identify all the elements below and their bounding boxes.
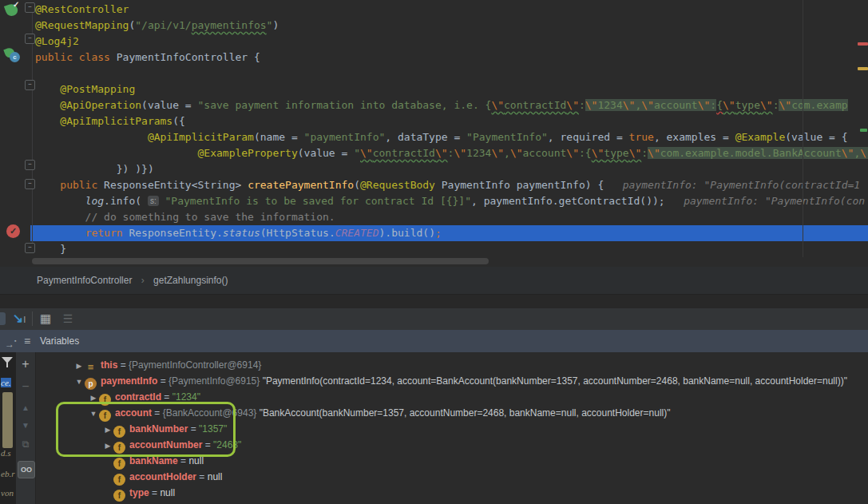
code-line[interactable]: public ResponseEntity<String> createPaym… [30,177,868,193]
background-text: d.s [1,448,11,458]
move-down-button[interactable]: ▼ [16,421,35,430]
code-token: @ExampleProperty [198,147,298,159]
expand-arrow-icon[interactable]: ▼ [73,374,85,390]
tab-variables[interactable]: Variables [40,330,79,352]
code-line[interactable]: }) )}) [30,161,868,177]
object-reference: {BankAccount@6943} [163,407,260,419]
code-token: (value = [298,147,354,159]
code-token: , dataType = [385,131,466,143]
fold-marker[interactable]: − [25,80,35,90]
error-stripe-green[interactable] [860,129,867,132]
code-line[interactable]: @Log4j2 [30,34,868,50]
equals-sign: = [149,487,161,498]
variable-row[interactable]: ▼ppaymentInfo = {PaymentInfo@6915} "Paym… [35,373,868,389]
quick-evaluate-icon[interactable]: ↘I [10,311,29,327]
fold-marker[interactable]: − [25,243,35,253]
code-line[interactable]: @ExampleProperty(value = "\"contractId\"… [30,145,868,161]
code-token: \" [585,99,598,111]
variable-row[interactable]: faccountHolder = null [35,469,868,485]
duplicate-watch-button[interactable]: ⧉ [16,439,35,450]
variable-name: accountHolder [129,471,196,482]
code-line[interactable] [30,65,868,81]
equals-sign: = [152,407,163,419]
spring-bean-icon[interactable]: c [5,47,21,63]
code-editor[interactable]: @RestController@RequestMapping("/api/v1/… [0,0,868,267]
variable-row[interactable]: ftype = null [35,485,868,501]
code-token: PaymentInfoController { [117,51,260,63]
execution-line[interactable]: return ResponseEntity.status(HttpStatus.… [30,225,868,241]
splitter[interactable] [0,294,868,309]
code-token: @RequestBody [360,179,435,191]
remove-watch-button[interactable]: − [16,379,35,394]
equals-sign: = [196,471,208,482]
code-token: \" [360,147,373,159]
fold-marker[interactable]: − [25,2,35,13]
variable-row[interactable]: fbankName = null [35,453,868,469]
code-line[interactable]: // do something to save the information. [30,209,868,225]
bean-circle-icon: c [10,52,20,62]
code-token: }) )}) [35,163,154,175]
code-line[interactable]: @PostMapping [30,81,868,97]
code-token: \" [860,147,868,159]
code-token: true [629,131,654,143]
expand-arrow-icon[interactable]: ▶ [102,438,113,454]
expand-arrow-icon[interactable]: ▶ [88,390,99,406]
fold-line [32,10,33,249]
code-line[interactable]: @ApiImplicitParams({ [30,113,868,129]
code-line[interactable]: @ApiImplicitParam(name = "paymentInfo", … [30,129,868,145]
code-token: account [523,147,567,159]
code-token [35,115,60,127]
clipped-toolbar-icon[interactable] [0,312,6,325]
horizontal-scrollbar[interactable] [32,258,489,264]
view-options-icon[interactable]: ☰ [59,311,77,327]
expand-arrow-icon[interactable]: ▶ [73,358,85,374]
show-watches-toggle[interactable]: OO [18,461,35,478]
breakpoint-icon[interactable]: ✓ [6,224,20,238]
code-token: (value = [141,99,197,111]
move-up-button[interactable]: ▲ [16,403,35,412]
code-line[interactable]: log.info( s: "PaymentInfo is to be saved… [30,193,868,209]
code-area[interactable]: @RestController@RequestMapping("/api/v1/… [30,2,868,257]
error-stripe-yellow[interactable] [858,67,868,70]
object-reference: {PaymentInfoController@6914} [129,359,261,371]
code-token: log [85,195,104,207]
spring-run-icon[interactable]: ✓ [6,2,20,17]
code-line[interactable]: } [30,241,868,257]
error-stripe-red[interactable] [858,42,868,46]
fold-marker[interactable]: − [25,34,35,44]
hamburger-icon[interactable]: ≡ [24,330,30,352]
field-icon: f [113,442,125,454]
breadcrumb-class[interactable]: PaymentInfoController [37,275,132,286]
fold-marker[interactable]: − [25,160,35,170]
variable-name: accountNumber [129,439,202,450]
filter-funnel-stem [6,363,8,367]
code-line[interactable]: public class PaymentInfoController { [30,50,868,65]
fold-marker[interactable]: − [25,179,35,189]
variable-row[interactable]: ▶≡this = {PaymentInfoController@6914} [35,357,868,373]
code-token: \" [779,99,791,111]
variable-row[interactable]: ▼faccount = {BankAccount@6943} "BankAcco… [35,405,868,421]
code-token: account [654,99,698,111]
variables-tree[interactable]: ▶≡this = {PaymentInfoController@6914} ▼p… [35,352,868,504]
code-token [35,227,85,239]
variable-row[interactable]: ▶fcontractId = "1234" [35,389,868,405]
toolbar-separator [32,312,33,326]
field-icon: f [113,474,125,486]
variable-row[interactable]: ▶faccountNumber = "2468" [35,437,868,453]
variable-value: null [160,487,175,498]
background-text: ce. [1,378,11,387]
breadcrumb-method[interactable]: getZahlungsinfo() [153,275,228,286]
background-text: eb.r [1,469,14,478]
code-token: PaymentInfo paymentInfo) { [435,179,604,191]
grid-view-icon[interactable]: ▦ [37,311,54,327]
add-watch-button[interactable]: + [16,357,35,371]
code-token: , required = [548,131,629,143]
code-line[interactable]: @RequestMapping("/api/v1/paymentinfos") [30,18,868,34]
variable-value: null [188,455,204,466]
code-line[interactable]: @ApiOperation(value = "save payment info… [30,97,868,113]
code-line[interactable]: @RestController [30,2,868,18]
code-token [35,179,60,191]
expand-arrow-icon[interactable]: ▶ [102,422,113,438]
variable-row[interactable]: ▶fbankNumber = "1357" [35,421,868,437]
expand-arrow-icon[interactable]: ▼ [88,406,99,422]
